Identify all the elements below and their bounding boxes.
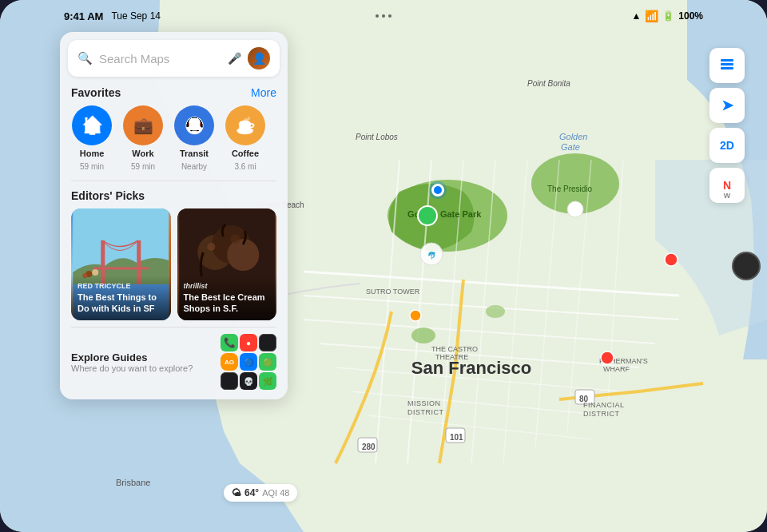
svg-text:Golden: Golden	[559, 132, 587, 141]
home-label: Home	[80, 149, 105, 159]
svg-point-45	[601, 351, 614, 364]
svg-point-46	[665, 253, 678, 266]
map-controls: ➤ 2D N W	[709, 48, 745, 203]
transit-sublabel: Nearby	[181, 162, 207, 171]
guide-icon-5: 🔵	[240, 353, 257, 371]
microphone-icon[interactable]: 🎤	[228, 52, 241, 65]
svg-text:MISSION: MISSION	[407, 399, 441, 407]
map-layers-icon	[718, 56, 736, 76]
explore-title: Explore Guides	[71, 351, 193, 363]
maps-panel: 🔍 Search Maps 🎤 👤 Favorites More 🏠 Home …	[60, 32, 288, 399]
editor-card-1[interactable]: RED TRICYCLE The Best Things to Do with …	[71, 208, 171, 320]
status-date: Tue Sep 14	[111, 10, 161, 22]
svg-text:DISTRICT: DISTRICT	[407, 408, 444, 416]
svg-rect-64	[721, 67, 733, 69]
weather-icon: 🌤	[232, 487, 241, 498]
svg-text:Point Bonita: Point Bonita	[527, 79, 570, 88]
compass-button[interactable]: N W	[709, 168, 745, 203]
highway-280-label: 280	[362, 443, 376, 451]
explore-text: Explore Guides Where do you want to expl…	[71, 351, 193, 373]
svg-text:Gate: Gate	[561, 142, 580, 152]
svg-rect-63	[721, 63, 733, 66]
svg-text:FINANCIAL: FINANCIAL	[583, 401, 625, 409]
card-2-source: thrillist	[184, 282, 271, 290]
explore-subtitle: Where do you want to explore?	[71, 363, 193, 373]
explore-guides-section[interactable]: Explore Guides Where do you want to expl…	[60, 328, 288, 399]
location-arrow-icon: ➤	[721, 97, 733, 114]
svg-rect-62	[721, 59, 733, 62]
favorites-row: 🏠 Home 59 min 💼 Work 59 min 🚇 Transit Ne…	[60, 105, 288, 181]
editor-card-2[interactable]: thrillist The Best Ice Cream Shops in S.…	[177, 208, 277, 320]
location-icon: ▲	[631, 10, 641, 22]
editors-cards-row: RED TRICYCLE The Best Things to Do with …	[71, 208, 276, 320]
editors-picks-title: Editors' Picks	[71, 189, 276, 202]
work-icon-circle: 💼	[123, 105, 163, 145]
svg-point-43	[418, 206, 437, 225]
battery-icon: 🔋	[662, 10, 674, 22]
favorites-more-button[interactable]: More	[251, 86, 276, 99]
svg-point-18	[411, 328, 435, 343]
favorite-work[interactable]: 💼 Work 59 min	[117, 105, 169, 171]
weather-aqi: AQI 48	[262, 488, 289, 498]
home-button[interactable]	[732, 252, 761, 280]
svg-text:🐬: 🐬	[427, 251, 437, 260]
svg-text:WHARF: WHARF	[603, 365, 630, 373]
svg-text:THEATRE: THEATRE	[435, 353, 468, 361]
transit-icon-circle: 🚇	[174, 105, 214, 145]
coffee-icon: ☕	[236, 116, 256, 135]
search-bar[interactable]: 🔍 Search Maps 🎤 👤	[68, 40, 280, 77]
transit-label: Transit	[180, 149, 209, 159]
svg-point-44	[567, 201, 583, 217]
favorite-coffee[interactable]: ☕ Coffee 3.6 mi	[220, 105, 271, 171]
svg-text:San Francisco: San Francisco	[411, 358, 531, 378]
weather-temp: 64°	[244, 487, 259, 498]
editors-picks-section: Editors' Picks	[60, 181, 288, 327]
card-2-title: The Best Ice Cream Shops in S.F.	[184, 292, 271, 315]
guide-icons-grid: 📞 ● AO 🔵 🟢 💀 🌿	[221, 334, 276, 390]
work-sublabel: 59 min	[131, 162, 155, 171]
svg-text:DISTRICT: DISTRICT	[583, 410, 620, 418]
home-icon-circle: 🏠	[72, 105, 112, 145]
work-icon: 💼	[133, 116, 153, 135]
user-avatar[interactable]: 👤	[248, 47, 270, 69]
card-1-source: RED TRICYCLE	[77, 282, 165, 290]
weather-badge: 🌤 64° AQI 48	[224, 484, 297, 502]
wifi-icon: 📶	[645, 10, 658, 22]
compass-label: W	[724, 192, 731, 200]
work-label: Work	[132, 149, 153, 159]
guide-icon-4: AO	[221, 353, 238, 371]
svg-text:SUTRO TOWER: SUTRO TOWER	[366, 288, 420, 296]
svg-text:Brisbane: Brisbane	[116, 478, 150, 487]
card-2-overlay: thrillist The Best Ice Cream Shops in S.…	[177, 276, 277, 321]
guide-icon-2: ●	[240, 334, 257, 351]
favorites-header: Favorites More	[60, 83, 288, 105]
highway-101-label: 101	[450, 433, 463, 442]
search-placeholder[interactable]: Search Maps	[99, 52, 221, 66]
svg-text:THE CASTRO: THE CASTRO	[431, 345, 478, 353]
map-layers-button[interactable]	[709, 48, 745, 83]
guide-icon-3	[259, 334, 276, 351]
dot-2	[382, 14, 385, 18]
coffee-icon-circle: ☕	[225, 105, 265, 145]
home-sublabel: 59 min	[80, 162, 104, 171]
guide-icon-6: 🟢	[259, 353, 276, 371]
dot-1	[376, 14, 379, 18]
card-1-overlay: RED TRICYCLE The Best Things to Do with …	[71, 276, 171, 321]
guide-icon-8: 💀	[240, 372, 257, 390]
svg-point-19	[486, 305, 505, 318]
svg-point-47	[410, 310, 421, 321]
top-dots-indicator	[376, 14, 391, 18]
battery-label: 100%	[678, 10, 703, 22]
my-location-button[interactable]: ➤	[709, 88, 745, 123]
favorite-transit[interactable]: 🚇 Transit Nearby	[169, 105, 220, 171]
guide-icon-9: 🌿	[259, 372, 276, 390]
card-1-title: The Best Things to Do with Kids in SF	[77, 292, 165, 315]
transit-icon: 🚇	[185, 116, 205, 135]
svg-point-60	[207, 243, 215, 251]
user-location-dot	[431, 184, 444, 197]
favorite-home[interactable]: 🏠 Home 59 min	[66, 105, 117, 171]
2d-view-button[interactable]: 2D	[709, 128, 745, 163]
home-icon: 🏠	[81, 115, 103, 136]
compass-north-icon: N	[723, 179, 731, 192]
svg-text:Point Lobos: Point Lobos	[356, 133, 398, 141]
